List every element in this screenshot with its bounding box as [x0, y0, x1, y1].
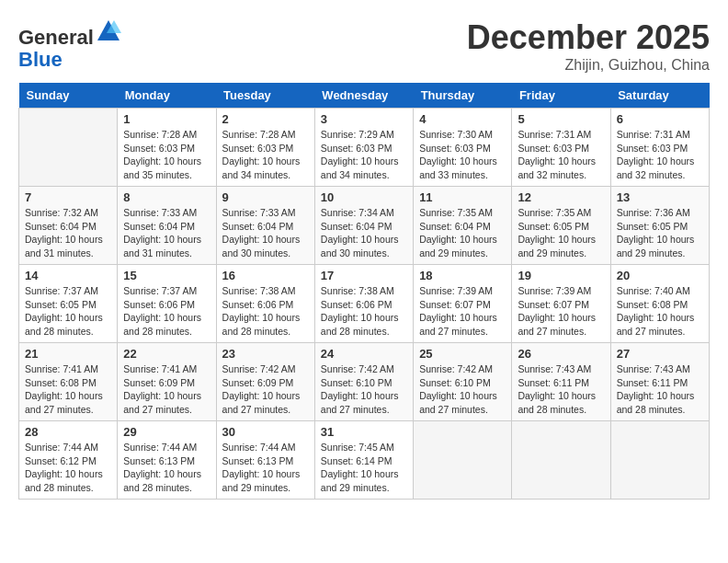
day-number: 18 — [419, 269, 506, 282]
calendar-cell: 1Sunrise: 7:28 AM Sunset: 6:03 PM Daylig… — [118, 109, 216, 187]
day-number: 14 — [25, 269, 111, 282]
calendar-cell — [414, 421, 512, 500]
logo-blue-text: Blue — [18, 48, 63, 71]
logo-general-text: General — [18, 26, 94, 49]
calendar-cell — [19, 109, 118, 187]
day-number: 19 — [518, 269, 604, 282]
day-info: Sunrise: 7:45 AM Sunset: 6:14 PM Dayligh… — [321, 441, 407, 495]
calendar-cell — [512, 421, 610, 500]
calendar-cell: 2Sunrise: 7:28 AM Sunset: 6:03 PM Daylig… — [216, 109, 314, 187]
day-number: 5 — [518, 112, 604, 126]
title-block: December 2025 Zhijin, Guizhou, China — [467, 18, 710, 74]
calendar-cell: 27Sunrise: 7:43 AM Sunset: 6:11 PM Dayli… — [610, 343, 709, 421]
week-row-3: 14Sunrise: 7:37 AM Sunset: 6:05 PM Dayli… — [19, 265, 710, 343]
calendar-cell: 9Sunrise: 7:33 AM Sunset: 6:04 PM Daylig… — [216, 187, 314, 265]
day-info: Sunrise: 7:44 AM Sunset: 6:13 PM Dayligh… — [123, 441, 210, 495]
day-info: Sunrise: 7:37 AM Sunset: 6:06 PM Dayligh… — [123, 284, 210, 339]
day-info: Sunrise: 7:31 AM Sunset: 6:03 PM Dayligh… — [518, 128, 604, 182]
day-info: Sunrise: 7:30 AM Sunset: 6:03 PM Dayligh… — [419, 128, 506, 182]
day-number: 17 — [321, 269, 407, 282]
weekday-header-thursday: Thursday — [414, 83, 512, 109]
day-info: Sunrise: 7:43 AM Sunset: 6:11 PM Dayligh… — [617, 362, 703, 417]
day-number: 22 — [123, 347, 210, 361]
calendar-table: SundayMondayTuesdayWednesdayThursdayFrid… — [18, 83, 710, 500]
week-row-1: 1Sunrise: 7:28 AM Sunset: 6:03 PM Daylig… — [19, 109, 710, 187]
calendar-cell: 31Sunrise: 7:45 AM Sunset: 6:14 PM Dayli… — [314, 421, 413, 500]
calendar-cell: 7Sunrise: 7:32 AM Sunset: 6:04 PM Daylig… — [19, 187, 118, 265]
day-info: Sunrise: 7:32 AM Sunset: 6:04 PM Dayligh… — [25, 206, 111, 260]
day-info: Sunrise: 7:35 AM Sunset: 6:05 PM Dayligh… — [518, 206, 604, 260]
calendar-cell: 24Sunrise: 7:42 AM Sunset: 6:10 PM Dayli… — [314, 343, 413, 421]
day-number: 30 — [222, 425, 309, 439]
day-number: 24 — [321, 347, 407, 361]
calendar-cell: 19Sunrise: 7:39 AM Sunset: 6:07 PM Dayli… — [512, 265, 610, 343]
weekday-header-saturday: Saturday — [610, 83, 709, 109]
weekday-header-wednesday: Wednesday — [314, 83, 413, 109]
day-number: 20 — [617, 269, 703, 282]
calendar-cell: 21Sunrise: 7:41 AM Sunset: 6:08 PM Dayli… — [19, 343, 118, 421]
calendar-cell: 28Sunrise: 7:44 AM Sunset: 6:12 PM Dayli… — [19, 421, 118, 500]
day-number: 12 — [518, 190, 604, 204]
calendar-cell: 29Sunrise: 7:44 AM Sunset: 6:13 PM Dayli… — [118, 421, 216, 500]
calendar-cell: 3Sunrise: 7:29 AM Sunset: 6:03 PM Daylig… — [314, 109, 413, 187]
day-info: Sunrise: 7:42 AM Sunset: 6:10 PM Dayligh… — [419, 362, 506, 417]
day-number: 21 — [25, 347, 111, 361]
day-number: 11 — [419, 190, 506, 204]
calendar-cell: 4Sunrise: 7:30 AM Sunset: 6:03 PM Daylig… — [414, 109, 512, 187]
calendar-cell: 22Sunrise: 7:41 AM Sunset: 6:09 PM Dayli… — [118, 343, 216, 421]
calendar-cell: 30Sunrise: 7:44 AM Sunset: 6:13 PM Dayli… — [216, 421, 314, 500]
calendar-cell: 8Sunrise: 7:33 AM Sunset: 6:04 PM Daylig… — [118, 187, 216, 265]
calendar-cell: 10Sunrise: 7:34 AM Sunset: 6:04 PM Dayli… — [314, 187, 413, 265]
day-info: Sunrise: 7:37 AM Sunset: 6:05 PM Dayligh… — [25, 284, 111, 339]
day-number: 13 — [617, 190, 703, 204]
day-info: Sunrise: 7:39 AM Sunset: 6:07 PM Dayligh… — [518, 284, 604, 339]
day-number: 15 — [123, 269, 210, 282]
weekday-header-row: SundayMondayTuesdayWednesdayThursdayFrid… — [19, 83, 710, 109]
day-number: 7 — [25, 190, 111, 204]
week-row-2: 7Sunrise: 7:32 AM Sunset: 6:04 PM Daylig… — [19, 187, 710, 265]
calendar-cell: 6Sunrise: 7:31 AM Sunset: 6:03 PM Daylig… — [610, 109, 709, 187]
day-number: 1 — [123, 112, 210, 126]
weekday-header-friday: Friday — [512, 83, 610, 109]
week-row-5: 28Sunrise: 7:44 AM Sunset: 6:12 PM Dayli… — [19, 421, 710, 500]
day-info: Sunrise: 7:38 AM Sunset: 6:06 PM Dayligh… — [222, 284, 309, 339]
calendar-cell: 25Sunrise: 7:42 AM Sunset: 6:10 PM Dayli… — [414, 343, 512, 421]
day-number: 28 — [25, 425, 111, 439]
calendar-cell: 13Sunrise: 7:36 AM Sunset: 6:05 PM Dayli… — [610, 187, 709, 265]
day-number: 9 — [222, 190, 309, 204]
week-row-4: 21Sunrise: 7:41 AM Sunset: 6:08 PM Dayli… — [19, 343, 710, 421]
day-info: Sunrise: 7:38 AM Sunset: 6:06 PM Dayligh… — [321, 284, 407, 339]
day-info: Sunrise: 7:41 AM Sunset: 6:08 PM Dayligh… — [25, 362, 111, 417]
day-number: 23 — [222, 347, 309, 361]
day-number: 10 — [321, 190, 407, 204]
day-info: Sunrise: 7:43 AM Sunset: 6:11 PM Dayligh… — [518, 362, 604, 417]
calendar-cell: 16Sunrise: 7:38 AM Sunset: 6:06 PM Dayli… — [216, 265, 314, 343]
calendar-cell: 5Sunrise: 7:31 AM Sunset: 6:03 PM Daylig… — [512, 109, 610, 187]
day-info: Sunrise: 7:28 AM Sunset: 6:03 PM Dayligh… — [123, 128, 210, 182]
logo: General Blue — [18, 18, 121, 71]
calendar-cell: 18Sunrise: 7:39 AM Sunset: 6:07 PM Dayli… — [414, 265, 512, 343]
calendar-cell: 26Sunrise: 7:43 AM Sunset: 6:11 PM Dayli… — [512, 343, 610, 421]
day-info: Sunrise: 7:35 AM Sunset: 6:04 PM Dayligh… — [419, 206, 506, 260]
location-subtitle: Zhijin, Guizhou, China — [467, 57, 710, 74]
day-info: Sunrise: 7:33 AM Sunset: 6:04 PM Dayligh… — [123, 206, 210, 260]
logo-icon — [96, 18, 121, 44]
day-number: 2 — [222, 112, 309, 126]
day-info: Sunrise: 7:42 AM Sunset: 6:10 PM Dayligh… — [321, 362, 407, 417]
day-info: Sunrise: 7:33 AM Sunset: 6:04 PM Dayligh… — [222, 206, 309, 260]
day-info: Sunrise: 7:29 AM Sunset: 6:03 PM Dayligh… — [321, 128, 407, 182]
day-info: Sunrise: 7:28 AM Sunset: 6:03 PM Dayligh… — [222, 128, 309, 182]
calendar-cell: 12Sunrise: 7:35 AM Sunset: 6:05 PM Dayli… — [512, 187, 610, 265]
day-info: Sunrise: 7:44 AM Sunset: 6:13 PM Dayligh… — [222, 441, 309, 495]
day-number: 27 — [617, 347, 703, 361]
day-number: 8 — [123, 190, 210, 204]
calendar-cell: 23Sunrise: 7:42 AM Sunset: 6:09 PM Dayli… — [216, 343, 314, 421]
calendar-cell: 20Sunrise: 7:40 AM Sunset: 6:08 PM Dayli… — [610, 265, 709, 343]
day-info: Sunrise: 7:41 AM Sunset: 6:09 PM Dayligh… — [123, 362, 210, 417]
day-info: Sunrise: 7:44 AM Sunset: 6:12 PM Dayligh… — [25, 441, 111, 495]
day-number: 25 — [419, 347, 506, 361]
day-number: 31 — [321, 425, 407, 439]
weekday-header-tuesday: Tuesday — [216, 83, 314, 109]
page-header: General Blue December 2025 Zhijin, Guizh… — [18, 18, 710, 74]
day-number: 4 — [419, 112, 506, 126]
